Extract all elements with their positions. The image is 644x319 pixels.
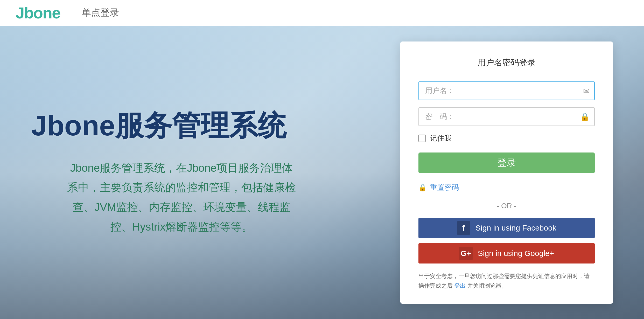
header: Jbone 单点登录 (0, 0, 644, 26)
reset-lock-icon: 🔒 (418, 184, 427, 192)
google-signin-button[interactable]: G+ Sign in using Google+ (418, 243, 595, 263)
logout-link[interactable]: 登出 (454, 282, 466, 289)
remember-label[interactable]: 记住我 (430, 133, 452, 143)
footer-note: 出于安全考虑，一旦您访问过那些需要您提供凭证信息的应用时，请操作完成之后 登出 … (418, 271, 595, 291)
lock-input-icon: 🔒 (580, 112, 590, 121)
header-subtitle: 单点登录 (82, 6, 119, 19)
left-content: Jbone服务管理系统 Jbone服务管理系统，在Jbone项目服务治理体系中，… (0, 26, 363, 319)
remember-row: 记住我 (418, 133, 595, 143)
facebook-signin-button[interactable]: f Sign in using Facebook (418, 218, 595, 238)
header-divider (71, 5, 71, 21)
email-icon: ✉ (583, 86, 590, 95)
hero-title: Jbone服务管理系统 (31, 108, 332, 143)
password-group: 🔒 (418, 107, 595, 126)
hero-description: Jbone服务管理系统，在Jbone项目服务治理体系中，主要负责系统的监控和管理… (65, 158, 298, 237)
login-title: 用户名密码登录 (418, 57, 595, 68)
logo: Jbone (16, 4, 60, 22)
login-button[interactable]: 登录 (418, 152, 595, 173)
remember-checkbox[interactable] (418, 135, 426, 142)
footer-text-2: 并关闭浏览器。 (467, 282, 507, 289)
reset-password-row: 🔒 重置密码 (418, 183, 595, 192)
main-content: Jbone服务管理系统 Jbone服务管理系统，在Jbone项目服务治理体系中，… (0, 26, 644, 319)
google-button-label: Sign in using Google+ (478, 249, 554, 258)
password-input[interactable] (418, 107, 595, 126)
facebook-button-label: Sign in using Facebook (475, 224, 556, 232)
username-input[interactable] (418, 81, 595, 100)
google-icon: G+ (459, 247, 473, 260)
facebook-icon: f (457, 221, 470, 235)
username-group: ✉ (418, 81, 595, 100)
login-card: 用户名密码登录 ✉ 🔒 记住我 登录 🔒 重置密码 - OR - f Sign … (400, 41, 613, 304)
reset-password-link[interactable]: 重置密码 (430, 183, 459, 192)
or-divider: - OR - (418, 202, 595, 210)
